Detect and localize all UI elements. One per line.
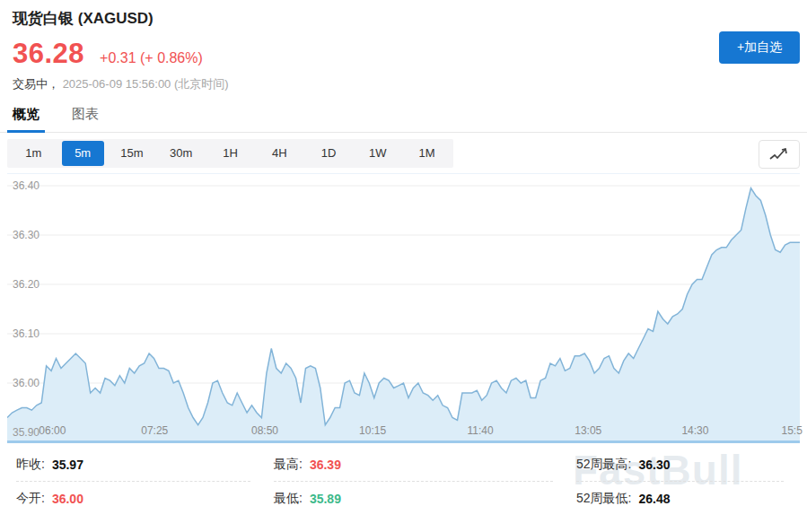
chart-baseline: [7, 440, 800, 443]
instrument-title: 现货白银 (XAGUSD): [13, 8, 794, 29]
x-axis-label: 08:50: [251, 424, 278, 437]
tab-overview[interactable]: 概览: [13, 96, 39, 132]
tab-bar: 概览图表: [0, 96, 807, 133]
stat-value: 36.00: [52, 492, 83, 506]
stat-cell: 52周最低:26.48: [576, 482, 807, 515]
timeframe-15m[interactable]: 15m: [111, 141, 154, 166]
stat-label: 今开:: [16, 491, 45, 507]
stats-grid: 昨收:35.97最高:36.3952周最高:36.30今开:36.00最低:35…: [0, 448, 807, 515]
timeframe-bar: 1m5m15m30m1H4H1D1W1M: [7, 139, 453, 168]
timeframe-1m[interactable]: 1M: [406, 141, 448, 166]
area-fill: [7, 188, 800, 443]
stat-value: 36.30: [638, 458, 670, 472]
last-price: 36.28: [13, 38, 84, 70]
y-axis-label: 36.10: [13, 327, 39, 340]
timeframe-1d[interactable]: 1D: [308, 141, 350, 166]
y-axis-label: 36.40: [13, 179, 39, 192]
price-chart[interactable]: 36.4036.3036.2036.1036.0035.9006:0007:25…: [7, 173, 800, 443]
stat-label: 昨收:: [16, 457, 45, 473]
stat-label: 最低:: [274, 491, 303, 507]
timeframe-1h[interactable]: 1H: [209, 141, 251, 166]
area-chart-canvas: [7, 174, 800, 443]
stat-value: 36.39: [310, 458, 341, 472]
quote-header: 现货白银 (XAGUSD) 36.28 +0.31 (+ 0.86%) 交易中，…: [0, 0, 807, 92]
stat-cell: 今开:36.00: [16, 482, 274, 515]
status-row: 交易中， 2025-06-09 15:56:00 (北京时间): [13, 76, 794, 92]
stat-cell: 最高:36.39: [274, 448, 553, 482]
trading-status: 交易中，: [13, 77, 59, 91]
quote-timestamp: 2025-06-09 15:56:00 (北京时间): [63, 77, 229, 91]
y-axis-label: 35.90: [13, 426, 39, 439]
timeframe-1w[interactable]: 1W: [356, 141, 399, 166]
x-axis-label: 07:25: [141, 424, 168, 437]
price-row: 36.28 +0.31 (+ 0.86%): [13, 38, 794, 70]
line-chart-icon: [768, 146, 791, 162]
x-axis-label: 15:5: [781, 424, 802, 437]
stat-label: 最高:: [274, 457, 303, 473]
timeframe-4h[interactable]: 4H: [259, 141, 301, 166]
timeframe-30m[interactable]: 30m: [160, 141, 202, 166]
x-axis-label: 10:15: [359, 424, 386, 437]
chart-type-button[interactable]: [759, 140, 800, 169]
add-watchlist-button[interactable]: +加自选: [719, 31, 800, 64]
x-axis-label: 13:05: [575, 424, 601, 437]
stat-label: 52周最高:: [576, 457, 631, 473]
timeframe-row: 1m5m15m30m1H4H1D1W1M: [0, 133, 807, 173]
stat-cell: 昨收:35.97: [16, 448, 250, 482]
y-axis-label: 36.20: [13, 278, 39, 291]
y-axis-label: 36.00: [13, 377, 39, 389]
price-change: +0.31 (+ 0.86%): [100, 50, 203, 66]
y-axis-label: 36.30: [13, 229, 39, 241]
stat-value: 35.89: [310, 492, 341, 506]
timeframe-1m[interactable]: 1m: [13, 141, 55, 166]
stat-value: 26.48: [638, 492, 670, 506]
x-axis-label: 14:30: [681, 424, 708, 437]
stat-label: 52周最低:: [576, 491, 631, 507]
stat-cell: 52周最高:36.30: [576, 448, 784, 482]
quote-page: 现货白银 (XAGUSD) 36.28 +0.31 (+ 0.86%) 交易中，…: [0, 0, 807, 532]
stat-value: 35.97: [52, 458, 83, 472]
stat-cell: 最低:35.89: [274, 482, 576, 515]
tab-chart[interactable]: 图表: [72, 96, 99, 132]
x-axis-label: 11:40: [468, 424, 494, 437]
x-axis-label: 06:00: [39, 424, 66, 437]
timeframe-5m[interactable]: 5m: [62, 141, 104, 166]
